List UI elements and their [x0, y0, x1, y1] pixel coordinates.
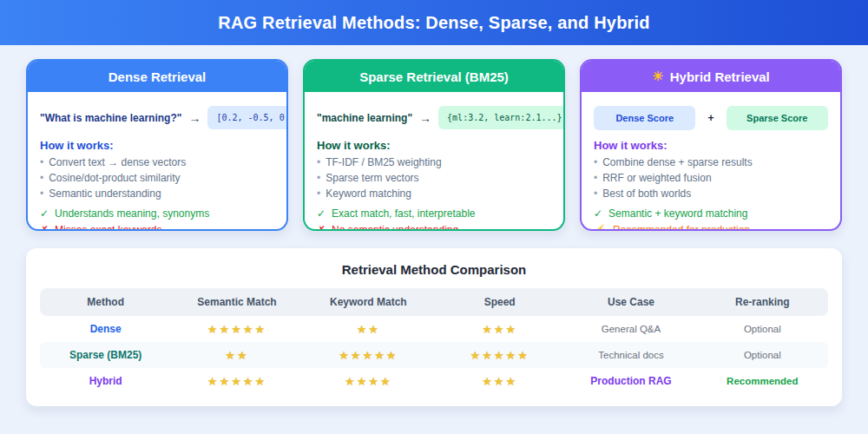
lightning-icon: ⚡: [594, 224, 607, 231]
dense-pro-line: ✓ Understands meaning, synonyms: [40, 207, 274, 220]
column-header-use-case: Use Case: [565, 296, 696, 308]
pro-text: Semantic + keyword matching: [608, 207, 747, 220]
speed-stars: ★★★: [434, 375, 565, 388]
sparse-pro-line: ✓ Exact match, fast, interpretable: [317, 207, 551, 220]
sparse-card-body: "machine learning" → {ml:3.2, learn:2.1.…: [305, 92, 563, 231]
table-header-row: Method Semantic Match Keyword Match Spee…: [40, 288, 828, 316]
bullet-icon: •: [594, 172, 597, 184]
bullet-text: Cosine/dot-product similarity: [49, 172, 180, 184]
sparse-con-line: ✗ No semantic understanding: [317, 224, 551, 231]
bullet-item: •TF-IDF / BM25 weighting: [317, 156, 551, 168]
bullet-text: Convert text → dense vectors: [49, 156, 186, 168]
use-case-cell: Technical docs: [565, 350, 696, 360]
semantic-stars: ★★: [171, 349, 302, 362]
use-case-cell: General Q&A: [565, 324, 696, 334]
con-text: Misses exact keywords: [55, 224, 161, 231]
dense-example-row: "What is machine learning?" → [0.2, -0.5…: [40, 104, 274, 131]
column-header-method: Method: [40, 296, 171, 308]
use-case-cell: Production RAG: [565, 375, 696, 387]
method-cell: Sparse (BM25): [40, 349, 171, 361]
bullet-icon: •: [594, 187, 597, 200]
column-header-speed: Speed: [434, 296, 565, 308]
speed-stars: ★★★★★: [434, 349, 565, 362]
hybrid-bullet-list: •Combine dense + sparse results •RRF or …: [594, 156, 828, 200]
bullet-icon: •: [317, 187, 320, 200]
keyword-stars: ★★★★★: [303, 349, 434, 362]
re-ranking-cell: Optional: [697, 350, 828, 360]
table-row-sparse: Sparse (BM25) ★★ ★★★★★ ★★★★★ Technical d…: [40, 342, 828, 368]
check-icon: ✓: [317, 207, 326, 220]
check-icon: ✓: [594, 207, 602, 220]
check-icon: ✓: [40, 207, 49, 220]
cards-row: Dense Retrieval "What is machine learnin…: [0, 45, 868, 231]
bullet-item: •Keyword matching: [317, 187, 551, 200]
bullet-icon: •: [317, 172, 320, 184]
glowing-star-icon: ☀: [652, 69, 663, 84]
arrow-right-icon: →: [188, 111, 201, 125]
hybrid-card-title: Hybrid Retrieval: [670, 69, 770, 84]
bullet-item: •Best of both worlds: [594, 187, 828, 200]
con-text: No semantic understanding: [332, 224, 458, 231]
sparse-card-title: Sparse Retrieval (BM25): [359, 69, 509, 84]
hybrid-how-it-works-label: How it works:: [594, 139, 828, 152]
bullet-icon: •: [40, 187, 43, 200]
table-row-dense: Dense ★★★★★ ★★ ★★★ General Q&A Optional: [40, 316, 828, 342]
hybrid-card-body: Dense Score + Sparse Score How it works:…: [582, 92, 840, 231]
hybrid-recommended-line: ⚡ Recommended for production: [594, 224, 828, 231]
semantic-stars: ★★★★★: [171, 323, 302, 336]
table-title: Retrieval Method Comparison: [40, 262, 828, 277]
sparse-query-text: "machine learning": [317, 112, 412, 124]
re-ranking-cell: Optional: [697, 324, 828, 334]
recommended-text: Recommended for production: [613, 224, 750, 231]
bullet-text: Combine dense + sparse results: [602, 156, 752, 168]
sparse-how-it-works-label: How it works:: [317, 139, 551, 152]
page: RAG Retrieval Methods: Dense, Sparse, an…: [0, 0, 868, 406]
bullet-item: •Sparse term vectors: [317, 172, 551, 184]
bullet-text: TF-IDF / BM25 weighting: [326, 156, 441, 168]
pro-text: Exact match, fast, interpretable: [332, 207, 475, 220]
bullet-text: Best of both worlds: [602, 187, 691, 200]
bullet-text: RRF or weighted fusion: [602, 172, 711, 184]
sparse-weights-chip: {ml:3.2, learn:2.1...}: [438, 106, 565, 129]
speed-stars: ★★★: [434, 323, 565, 336]
bullet-icon: •: [317, 156, 320, 168]
dense-query-text: "What is machine learning?": [40, 112, 181, 124]
sparse-card-header: Sparse Retrieval (BM25): [305, 61, 563, 92]
method-cell: Hybrid: [40, 375, 171, 387]
method-cell: Dense: [40, 323, 171, 335]
comparison-table-card: Retrieval Method Comparison Method Seman…: [26, 248, 842, 406]
dense-con-line: ✗ Misses exact keywords: [40, 224, 274, 231]
bullet-text: Keyword matching: [326, 187, 411, 200]
dense-vector-chip: [0.2, -0.5, 0.8...]: [207, 106, 288, 129]
page-header: RAG Retrieval Methods: Dense, Sparse, an…: [0, 0, 868, 45]
keyword-stars: ★★: [303, 323, 434, 336]
bullet-text: Sparse term vectors: [326, 172, 418, 184]
bullet-icon: •: [40, 156, 43, 168]
hybrid-score-row: Dense Score + Sparse Score: [594, 104, 828, 131]
arrow-right-icon: →: [419, 111, 431, 125]
bullet-item: •Combine dense + sparse results: [594, 156, 828, 168]
re-ranking-cell: Recommended: [697, 376, 828, 386]
dense-how-it-works-label: How it works:: [40, 139, 274, 152]
plus-icon: +: [707, 112, 713, 124]
sparse-score-pill: Sparse Score: [727, 106, 828, 130]
sparse-example-row: "machine learning" → {ml:3.2, learn:2.1.…: [317, 104, 551, 131]
cross-icon: ✗: [317, 224, 326, 231]
dense-bullet-list: •Convert text → dense vectors •Cosine/do…: [40, 156, 274, 200]
sparse-bullet-list: •TF-IDF / BM25 weighting •Sparse term ve…: [317, 156, 551, 200]
cross-icon: ✗: [40, 224, 49, 231]
bullet-item: •Convert text → dense vectors: [40, 156, 274, 168]
pro-text: Understands meaning, synonyms: [55, 207, 209, 220]
column-header-keyword-match: Keyword Match: [303, 296, 434, 308]
semantic-stars: ★★★★★: [171, 375, 302, 388]
bullet-text: Semantic understanding: [49, 187, 161, 200]
table-row-hybrid: Hybrid ★★★★★ ★★★★ ★★★ Production RAG Rec…: [40, 368, 828, 394]
bullet-item: •Cosine/dot-product similarity: [40, 172, 274, 184]
dense-card-header: Dense Retrieval: [28, 61, 286, 92]
keyword-stars: ★★★★: [303, 375, 434, 388]
bullet-item: •RRF or weighted fusion: [594, 172, 828, 184]
bullet-item: •Semantic understanding: [40, 187, 274, 200]
column-header-semantic-match: Semantic Match: [171, 296, 302, 308]
bullet-icon: •: [40, 172, 43, 184]
dense-card-title: Dense Retrieval: [108, 69, 207, 84]
